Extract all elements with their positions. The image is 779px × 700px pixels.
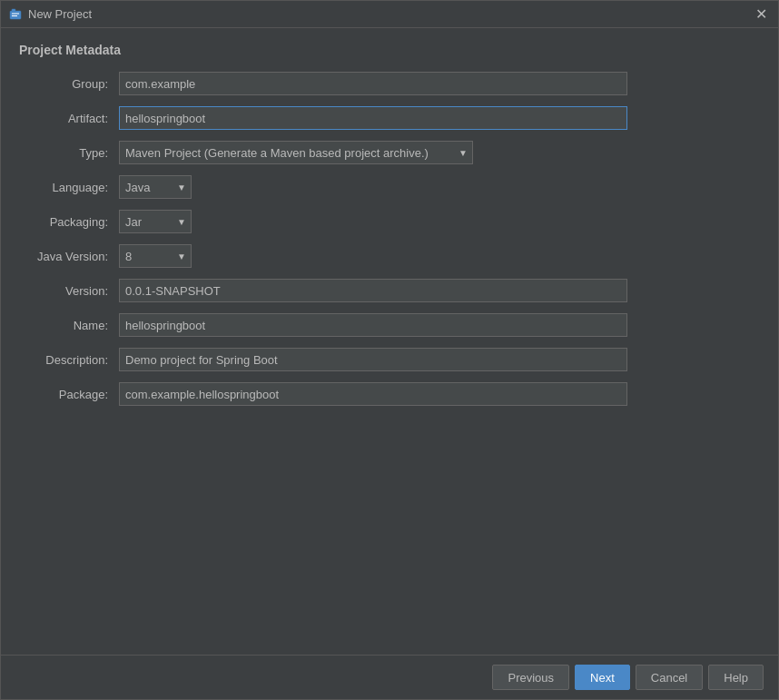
package-row: Package:: [19, 382, 760, 406]
language-row: Language: Java Kotlin Groovy ▼: [19, 175, 760, 199]
description-input[interactable]: [119, 348, 627, 371]
name-row: Name:: [19, 313, 760, 337]
language-label: Language:: [19, 181, 119, 194]
section-title: Project Metadata: [19, 43, 760, 57]
artifact-row: Artifact:: [19, 106, 760, 130]
java-version-select[interactable]: 8 11 17: [119, 244, 192, 268]
packaging-label: Packaging:: [19, 215, 119, 229]
type-select[interactable]: Maven Project (Generate a Maven based pr…: [119, 141, 473, 164]
package-input[interactable]: [119, 382, 627, 406]
next-button[interactable]: Next: [575, 665, 630, 690]
window-icon: [8, 7, 23, 22]
group-label: Group:: [19, 77, 119, 91]
form-content: Project Metadata Group: Artifact: Type: …: [1, 28, 778, 655]
version-label: Version:: [19, 284, 119, 298]
package-label: Package:: [19, 388, 119, 401]
description-label: Description:: [19, 353, 119, 367]
type-select-wrapper: Maven Project (Generate a Maven based pr…: [119, 141, 473, 164]
svg-rect-0: [10, 11, 21, 19]
previous-button[interactable]: Previous: [492, 665, 569, 690]
type-row: Type: Maven Project (Generate a Maven ba…: [19, 141, 760, 164]
language-select-wrapper: Java Kotlin Groovy ▼: [119, 175, 192, 199]
name-label: Name:: [19, 319, 119, 332]
java-version-select-wrapper: 8 11 17 ▼: [119, 244, 192, 268]
svg-rect-1: [12, 9, 15, 12]
main-window: New Project ✕ Project Metadata Group: Ar…: [0, 0, 779, 700]
version-row: Version:: [19, 279, 760, 302]
close-button[interactable]: ✕: [751, 5, 771, 25]
type-label: Type:: [19, 146, 119, 160]
artifact-input[interactable]: [119, 106, 627, 130]
java-version-label: Java Version:: [19, 250, 119, 263]
packaging-row: Packaging: Jar War ▼: [19, 210, 760, 233]
language-select[interactable]: Java Kotlin Groovy: [119, 175, 192, 199]
name-input[interactable]: [119, 313, 627, 337]
window-title: New Project: [28, 7, 751, 21]
artifact-label: Artifact:: [19, 112, 119, 125]
java-version-row: Java Version: 8 11 17 ▼: [19, 244, 760, 268]
packaging-select-wrapper: Jar War ▼: [119, 210, 192, 233]
version-input[interactable]: [119, 279, 627, 302]
group-input[interactable]: [119, 72, 627, 95]
footer: Previous Next Cancel Help: [1, 655, 778, 699]
description-row: Description:: [19, 348, 760, 371]
title-bar: New Project ✕: [1, 1, 778, 28]
cancel-button[interactable]: Cancel: [636, 665, 703, 690]
packaging-select[interactable]: Jar War: [119, 210, 192, 233]
group-row: Group:: [19, 72, 760, 95]
help-button[interactable]: Help: [708, 665, 764, 690]
